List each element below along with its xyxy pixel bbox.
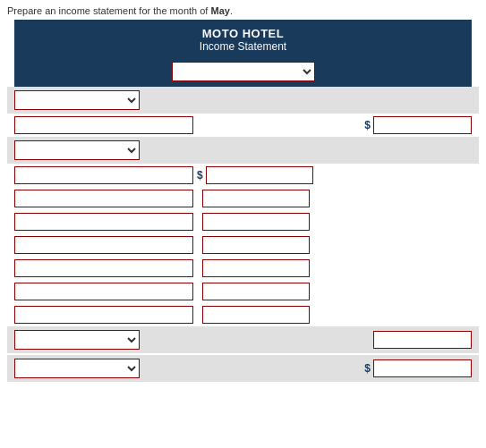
expense-row-2 [7, 187, 479, 210]
net-income-dollar: $ [364, 362, 371, 375]
revenue-section-header: Revenue [7, 87, 479, 114]
revenue-row: $ [7, 114, 479, 137]
expense-label-1[interactable] [14, 166, 193, 184]
expense-amount-7[interactable] [202, 306, 310, 324]
expense-type-select[interactable]: Expenses [14, 140, 140, 160]
revenue-amount-input[interactable] [373, 116, 472, 134]
expense-row-7 [7, 303, 479, 326]
expense-label-3[interactable] [14, 213, 193, 231]
expense-amount-2[interactable] [202, 190, 310, 207]
expense-amount-3[interactable] [202, 213, 310, 231]
expense-row-5 [7, 257, 479, 280]
expense-amount-5[interactable] [202, 259, 310, 277]
expense-label-2[interactable] [14, 190, 193, 207]
net-income-select[interactable]: Net Income Net Loss [14, 359, 140, 378]
expense-row-1: $ [7, 164, 479, 187]
expense-row-6 [7, 280, 479, 303]
expense-label-7[interactable] [14, 306, 193, 324]
header-box: MOTO HOTEL Income Statement January Febr… [14, 20, 472, 87]
expense-label-4[interactable] [14, 236, 193, 254]
expense-section-header: Expenses [7, 137, 479, 164]
total-expenses-field-wrapper [373, 331, 472, 349]
expense-label-5[interactable] [14, 259, 193, 277]
revenue-type-select[interactable]: Revenue [14, 90, 140, 110]
statement-title: Income Statement [14, 40, 472, 53]
total-expenses-input[interactable] [373, 331, 472, 349]
month-select[interactable]: January February March April May June Ju… [172, 62, 315, 81]
expense-label-6[interactable] [14, 283, 193, 300]
net-income-input[interactable] [373, 359, 472, 377]
expense-amount-4[interactable] [202, 236, 310, 254]
header-dropdown-row: January February March April May June Ju… [14, 58, 472, 87]
net-income-row: Net Income Net Loss $ [7, 355, 479, 382]
total-expenses-select[interactable]: Total Expenses [14, 330, 140, 350]
expense-amount-1[interactable] [206, 166, 313, 184]
expense-row-4 [7, 233, 479, 257]
expense-row-3 [7, 210, 479, 233]
instruction-text: Prepare an income statement for the mont… [0, 0, 486, 20]
expense-amount-6[interactable] [202, 283, 310, 300]
revenue-label-input[interactable] [14, 116, 193, 134]
total-expenses-row: Total Expenses [7, 326, 479, 353]
revenue-dollar-sign: $ [364, 119, 371, 131]
hotel-name: MOTO HOTEL [14, 27, 472, 40]
expense-dollar-1: $ [197, 169, 203, 182]
